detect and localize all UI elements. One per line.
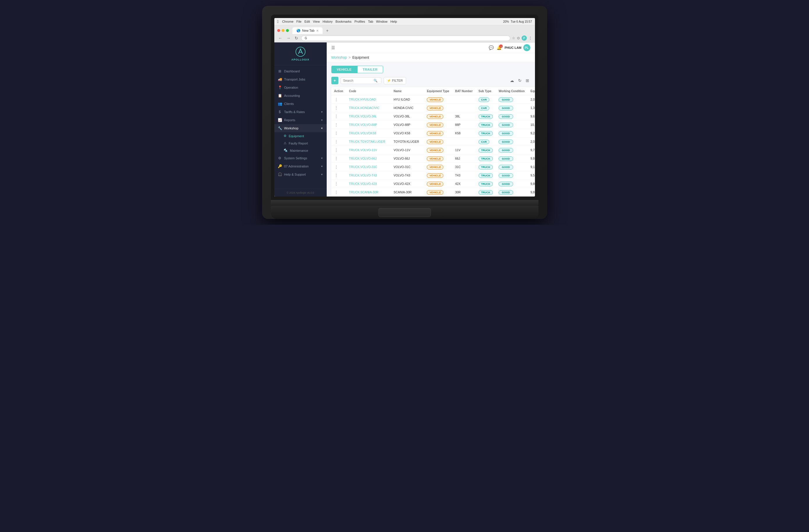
trackpad[interactable]	[378, 208, 431, 217]
cell-name-10: VOLVO-42X	[391, 180, 424, 188]
equipment-table: Action Code Name Equipment Type BAT Numb…	[331, 87, 535, 196]
filter-button[interactable]: ⚡ FILTER	[384, 77, 406, 84]
sidebar-item-system-settings[interactable]: ⚙ System Settings ▼	[274, 154, 327, 162]
cell-code-1[interactable]: TRUCK.HONDACIVIC	[346, 104, 391, 112]
cell-code-11[interactable]: TRUCK.SCANIA-30R	[346, 188, 391, 196]
sidebar-item-workshop[interactable]: 🔧 Workshop ▼	[274, 124, 327, 132]
browser-tab[interactable]: 🌎 New Tab ✕	[292, 27, 323, 34]
cell-action-8[interactable]: ⋮	[331, 163, 346, 171]
sidebar-item-dashboard[interactable]: ⊞ Dashboard	[274, 67, 327, 75]
cell-code-3[interactable]: TRUCK.VOLVO-88P	[346, 121, 391, 129]
back-button[interactable]: ←	[277, 35, 283, 41]
tab-close-icon[interactable]: ✕	[316, 29, 319, 32]
cell-action-5[interactable]: ⋮	[331, 138, 346, 146]
cell-code-0[interactable]: TRUCK.HYUILOAD	[346, 95, 391, 104]
cell-action-10[interactable]: ⋮	[331, 180, 346, 188]
cell-action-7[interactable]: ⋮	[331, 154, 346, 163]
col-name: Name	[391, 87, 424, 95]
sidebar-subitem-faulty-report[interactable]: ⚠ Faulty Report	[274, 140, 327, 147]
sidebar-item-administration[interactable]: 🔑 07 Administration ▼	[274, 162, 327, 170]
cell-type-9: VEHICLE	[424, 171, 452, 180]
sidebar-subitem-maintenance[interactable]: 🔩 Maintenance	[274, 147, 327, 154]
url-bar[interactable]: G	[301, 35, 510, 41]
cell-action-2[interactable]: ⋮	[331, 112, 346, 121]
cell-action-12[interactable]: ⋮	[331, 196, 346, 197]
cell-action-11[interactable]: ⋮	[331, 188, 346, 196]
add-button[interactable]: +	[331, 77, 338, 84]
cell-subtype-0: CAR	[476, 95, 496, 104]
menu-history[interactable]: History	[323, 20, 332, 23]
hamburger-menu[interactable]: ☰	[331, 45, 335, 50]
menu-tab[interactable]: Tab	[368, 20, 373, 23]
refresh-icon[interactable]: ↻	[517, 77, 523, 84]
cell-code-6[interactable]: TRUCK.VOLVO-11V	[346, 146, 391, 154]
top-bar: ☰ 💬 🔔 1 PHUC LAM PL	[327, 42, 535, 53]
sidebar-item-help[interactable]: 🎧 Help & Support ▼	[274, 170, 327, 178]
notification-icon[interactable]: 🔔 1	[497, 45, 501, 50]
table-body: ⋮ TRUCK.HYUILOAD HYU ILOAD VEHICLE CAR G…	[331, 95, 535, 197]
cell-action-0[interactable]: ⋮	[331, 95, 346, 104]
menu-profiles[interactable]: Profiles	[354, 20, 365, 23]
table-row: ⋮ TRUCK.VOLVO-38L VOLVO-38L VEHICLE 38L …	[331, 112, 535, 121]
breadcrumb-parent[interactable]: Workshop	[331, 55, 347, 59]
cell-code-9[interactable]: TRUCK.VOLVO-T43	[346, 171, 391, 180]
menu-bookmarks[interactable]: Bookmarks	[335, 20, 351, 23]
sidebar-item-clients[interactable]: 👥 Clients	[274, 100, 327, 108]
cell-code-5[interactable]: TRUCK.TOYOTAKLUGER	[346, 138, 391, 146]
menu-chrome[interactable]: Chrome	[282, 20, 294, 23]
cell-code-8[interactable]: TRUCK.VOLVO-31C	[346, 163, 391, 171]
maximize-button[interactable]	[286, 29, 289, 32]
menu-edit[interactable]: Edit	[304, 20, 310, 23]
cell-code-2[interactable]: TRUCK.VOLVO-38L	[346, 112, 391, 121]
cell-action-4[interactable]: ⋮	[331, 129, 346, 138]
search-input[interactable]	[343, 79, 372, 82]
tab-trailer[interactable]: TRAILER	[357, 66, 383, 73]
bookmark-icon[interactable]: ☆	[512, 36, 515, 40]
cell-code-4[interactable]: TRUCK.VOLVOK58	[346, 129, 391, 138]
cell-code-7[interactable]: TRUCK.VOLVO-66J	[346, 154, 391, 163]
sidebar-item-transport-jobs[interactable]: 🚚 Transport Jobs	[274, 75, 327, 84]
cell-action-9[interactable]: ⋮	[331, 171, 346, 180]
close-button[interactable]	[277, 29, 280, 32]
sidebar-item-reports[interactable]: 📈 Reports ▼	[274, 116, 327, 124]
help-icon: 🎧	[278, 172, 282, 176]
settings-icon[interactable]: ⊙	[517, 36, 520, 40]
menu-file[interactable]: File	[296, 20, 302, 23]
apple-icon[interactable]: 	[277, 19, 279, 24]
cell-code-12[interactable]: TRUCK.VOLVO-T04	[346, 196, 391, 197]
cell-name-2: VOLVO-38L	[391, 112, 424, 121]
menu-dots-icon[interactable]: ⋮	[529, 36, 532, 40]
cell-bat-4: K58	[452, 129, 475, 138]
new-tab-button[interactable]: +	[324, 27, 331, 34]
cell-code-10[interactable]: TRUCK.VOLVO-42X	[346, 180, 391, 188]
cell-condition-0: GOOD	[496, 95, 528, 104]
menu-window[interactable]: Window	[376, 20, 388, 23]
reload-button[interactable]: ↻	[294, 35, 299, 41]
chat-icon[interactable]: 💬	[489, 45, 494, 50]
cell-subtype-4: TRUCK	[476, 129, 496, 138]
menu-help[interactable]: Help	[390, 20, 397, 23]
transport-icon: 🚚	[278, 77, 282, 82]
cell-action-6[interactable]: ⋮	[331, 146, 346, 154]
tab-label: New Tab	[302, 29, 315, 32]
tab-vehicle[interactable]: VEHICLE	[331, 66, 357, 73]
grid-icon[interactable]: ⊞	[524, 77, 530, 84]
cloud-icon[interactable]: ☁	[509, 77, 515, 84]
sidebar-label-settings: System Settings	[284, 156, 319, 160]
sidebar-subitem-equipment[interactable]: ⚙ Equipment	[274, 132, 327, 140]
search-box[interactable]: 🔍	[341, 77, 381, 84]
sidebar-item-operation[interactable]: 📍 Operation	[274, 84, 327, 92]
sidebar-item-tariffs[interactable]: $ Tariffs & Rates ▼	[274, 108, 327, 116]
minimize-button[interactable]	[281, 29, 285, 32]
forward-button[interactable]: →	[286, 35, 292, 41]
cell-type-4: VEHICLE	[424, 129, 452, 138]
user-avatar[interactable]: PL	[523, 44, 530, 51]
cell-condition-2: GOOD	[496, 112, 528, 121]
sidebar-item-accounting[interactable]: 📋 Accounting	[274, 92, 327, 100]
mac-status-bar: 20% Tue 6 Aug 15:57	[503, 20, 532, 23]
table-row: ⋮ TRUCK.VOLVOK58 VOLVO K58 VEHICLE K58 T…	[331, 129, 535, 138]
menu-view[interactable]: View	[313, 20, 320, 23]
profile-icon[interactable]: P	[521, 35, 527, 41]
cell-action-3[interactable]: ⋮	[331, 121, 346, 129]
cell-action-1[interactable]: ⋮	[331, 104, 346, 112]
